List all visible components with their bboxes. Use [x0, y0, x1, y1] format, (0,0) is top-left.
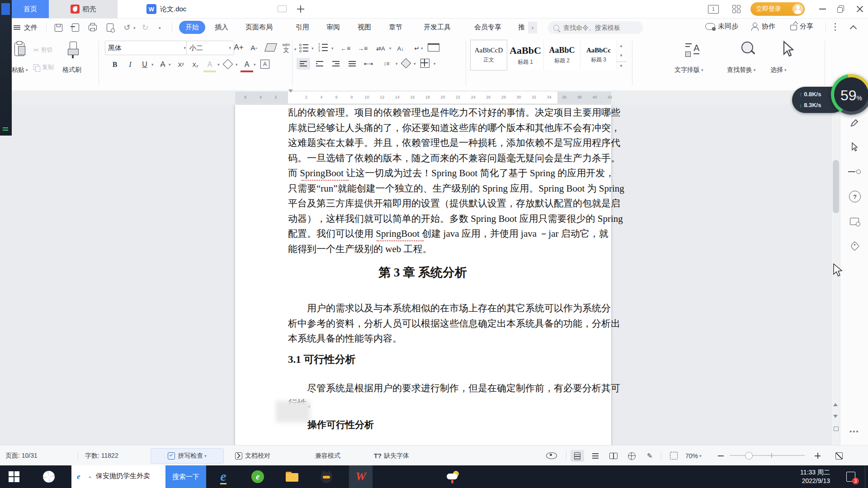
memory-gauge-overlay[interactable]: 59%	[831, 74, 868, 115]
subscript-icon[interactable]: X₂	[189, 59, 202, 70]
help-icon[interactable]: ?	[849, 191, 861, 202]
italic-icon[interactable]: I	[124, 59, 137, 70]
paragraph-mark-dropdown-icon[interactable]: ▾	[421, 46, 423, 51]
document-page[interactable]: 乱的依赖管理。项目的依赖管理也是件吃力不讨好的事情。决定项目主要用哪些 库就已经…	[235, 105, 611, 445]
find-replace-icon[interactable]	[741, 42, 756, 57]
more-menu-icon[interactable]	[835, 22, 836, 32]
tab-document[interactable]: W 论文.doc	[136, 0, 264, 18]
style-gallery-more-icon[interactable]: ▼	[616, 61, 627, 70]
shrink-font-icon[interactable]: A-	[248, 42, 260, 53]
ribbon-tab-member[interactable]: 会员专享	[474, 23, 501, 32]
window-manager-icon[interactable]: 1	[708, 5, 719, 14]
taskbar-search-box[interactable]: e 保安抛扔学生外卖 搜索一下	[71, 465, 206, 488]
align-center-icon[interactable]	[313, 58, 326, 70]
fullscreen-button[interactable]	[835, 446, 843, 466]
strikethrough-icon[interactable]: A	[156, 59, 169, 70]
browser-360-pinwheel-icon[interactable]	[36, 465, 61, 488]
format-painter-icon[interactable]	[68, 42, 80, 59]
right-indent-marker[interactable]	[554, 98, 559, 105]
ribbon-tab-developer[interactable]: 开发工具	[424, 23, 451, 32]
ribbon-tab-insert[interactable]: 插入	[215, 23, 228, 32]
undo-icon[interactable]: ↺	[121, 22, 133, 33]
cut-button[interactable]: ✂剪切	[33, 46, 53, 54]
tab-home[interactable]: 首页	[12, 0, 49, 18]
font-color-icon[interactable]: A	[241, 59, 253, 72]
page-indicator[interactable]: 页面: 10/31	[5, 446, 38, 466]
quickbar-dropdown-icon[interactable]: ▾	[159, 26, 161, 30]
notification-center-button[interactable]: 3	[839, 465, 863, 488]
zoom-slider-track[interactable]	[730, 455, 805, 456]
align-right-icon[interactable]	[329, 58, 343, 70]
style-gallery-down-icon[interactable]: ▼	[616, 52, 627, 60]
ribbon-tab-recommend[interactable]: 推	[518, 23, 525, 32]
decrease-indent-icon[interactable]: ←≡	[339, 42, 352, 54]
bullet-dropdown-icon[interactable]: ▾	[311, 46, 314, 51]
start-button[interactable]	[0, 465, 28, 488]
format-painter-button[interactable]: 格式刷	[62, 66, 81, 74]
increase-indent-icon[interactable]: →≡	[356, 42, 369, 54]
line-spacing-icon[interactable]: ↕≡	[380, 58, 393, 70]
pinyin-dropdown-icon[interactable]: ▾	[294, 47, 297, 52]
print-preview-icon[interactable]	[104, 22, 116, 33]
char-border-icon[interactable]: A	[260, 60, 269, 69]
spell-check-button[interactable]: 拼写检查▾	[151, 448, 224, 464]
highlight-dropdown-icon[interactable]: ▾	[217, 62, 220, 67]
style-heading1[interactable]: AaBbC标题 1	[507, 40, 544, 70]
bullet-list-icon[interactable]	[299, 43, 308, 52]
justify-icon[interactable]	[345, 58, 359, 70]
text-direction-dropdown-icon[interactable]: ▾	[389, 46, 392, 51]
proofread-button[interactable]: 文档校对	[235, 446, 270, 466]
font-color-dropdown-icon[interactable]: ▾	[254, 62, 256, 67]
ribbon-tab-references[interactable]: 引用	[296, 23, 309, 32]
text-layout-button[interactable]: 文字排版▾	[675, 66, 703, 74]
missing-font-button[interactable]: T?缺失字体	[374, 446, 409, 466]
select-browse-object-button[interactable]	[834, 427, 839, 431]
fit-page-icon[interactable]	[670, 446, 678, 466]
ribbon-tab-section[interactable]: 章节	[389, 23, 402, 32]
zoom-out-button[interactable]	[718, 446, 724, 466]
minimize-button[interactable]	[819, 9, 826, 9]
docked-side-panel[interactable]	[0, 0, 12, 136]
scroll-roller-icon[interactable]	[848, 165, 861, 178]
char-shading-icon[interactable]	[223, 59, 233, 70]
taskbar-360se-icon[interactable]: e	[246, 465, 269, 488]
file-menu[interactable]: 文件	[14, 22, 38, 33]
zoom-level[interactable]: 70%▾	[685, 446, 702, 466]
numbered-dropdown-icon[interactable]: ▾	[331, 46, 334, 51]
pinyin-guide-icon[interactable]: wén文	[281, 41, 291, 55]
paste-button[interactable]: 粘贴▾	[12, 66, 28, 74]
strip-more-icon[interactable]: •••	[848, 425, 861, 437]
style-gallery-up-icon[interactable]: ▲	[616, 42, 627, 50]
view-web-icon[interactable]	[625, 450, 638, 462]
tab-overflow-chevron[interactable]: ›	[528, 22, 537, 33]
font-size-combo[interactable]: 小二▾	[186, 41, 234, 55]
bold-icon[interactable]: B	[108, 59, 121, 70]
style-heading2[interactable]: AaBbC标题 2	[544, 40, 580, 70]
select-button[interactable]: 选择▾	[770, 66, 787, 74]
collapse-ribbon-icon[interactable]	[851, 25, 856, 30]
strikethrough-dropdown-icon[interactable]: ▾	[169, 62, 171, 67]
compatibility-mode[interactable]: 兼容模式	[315, 446, 340, 466]
text-direction-icon[interactable]: ⇄A	[374, 42, 387, 54]
taskbar-clock[interactable]: 11:33 周二 2022/9/13	[782, 465, 832, 488]
redo-icon[interactable]: ↻	[139, 22, 151, 33]
collaborate-button[interactable]: 协作	[751, 22, 775, 31]
save-icon[interactable]	[52, 22, 64, 33]
grow-font-icon[interactable]: A+	[232, 42, 245, 53]
select-cursor-icon[interactable]	[848, 141, 861, 154]
borders-dropdown-icon[interactable]: ▾	[434, 61, 436, 66]
show-desktop-button[interactable]	[865, 465, 865, 488]
zoom-slider-handle[interactable]	[745, 452, 753, 460]
paragraph-shading-dropdown-icon[interactable]: ▾	[414, 61, 416, 66]
distribute-icon[interactable]: ⇤⇥	[362, 58, 375, 70]
next-page-button[interactable]	[833, 415, 838, 418]
taskbar-ie-icon[interactable]: e	[212, 465, 235, 488]
image-tool-icon[interactable]	[848, 215, 861, 228]
clear-format-icon[interactable]	[264, 43, 277, 52]
presentation-mode-icon[interactable]	[278, 5, 287, 12]
text-layout-icon[interactable]: A	[685, 42, 701, 58]
view-edit-icon[interactable]: ✎	[643, 450, 656, 462]
print-icon[interactable]	[87, 22, 99, 33]
command-search[interactable]	[548, 21, 643, 34]
superscript-icon[interactable]: X²	[175, 59, 187, 70]
